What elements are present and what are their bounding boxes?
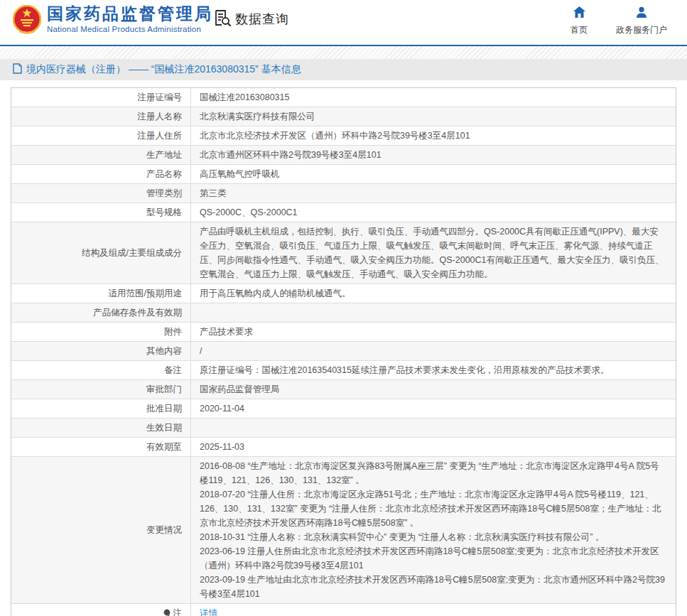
document-icon — [13, 63, 22, 77]
row-value: 详情 — [191, 604, 676, 616]
row-label: 附件 — [11, 323, 191, 341]
row-label-text: 批准日期 — [146, 401, 182, 416]
row-label: 注册人名称 — [11, 107, 191, 126]
row-label-text: 生产地址 — [146, 148, 182, 162]
data-query-section[interactable]: 数据查询 — [213, 9, 289, 30]
row-label-text: 产品储存条件及有效期 — [93, 306, 182, 320]
row-value: 产品技术要求 — [191, 323, 676, 341]
row-label-text: 产品名称 — [146, 167, 182, 181]
site-header: 国家药品监督管理局 National Medical Products Admi… — [0, 0, 687, 45]
row-value — [191, 418, 676, 437]
row-label: 备注 — [11, 361, 191, 379]
data-query-icon — [213, 9, 232, 30]
change-history-entry: 2023-06-19 注册人住所由北京市北京经济技术开发区西环南路18号C幢5层… — [200, 544, 667, 573]
change-history-entry: 2018-10-31 “注册人名称：北京秋满实科贸中心” 变更为 “注册人名称：… — [200, 530, 667, 544]
table-row: 产品储存条件及有效期 — [11, 303, 676, 323]
row-label: 注 — [11, 604, 191, 616]
row-label: 产品名称 — [11, 165, 191, 183]
row-value: 2025-11-03 — [191, 438, 676, 456]
table-row: 结构及组成/主要组成成分产品由呼吸机主机组成，包括控制、执行、吸引负压、手动通气… — [11, 222, 676, 284]
striped-background-band — [0, 46, 687, 59]
row-label-text: 生效日期 — [146, 421, 182, 435]
page-title: 境内医疗器械（注册） —— “国械注准20163080315” 基本信息 — [26, 63, 301, 76]
row-label: 批准日期 — [11, 399, 191, 418]
nmpa-emblem-logo — [13, 3, 41, 41]
table-row: 有效期至2025-11-03 — [11, 438, 676, 457]
table-row: 产品名称高压氧舱气控呼吸机 — [11, 165, 676, 184]
row-label: 管理类别 — [11, 184, 191, 202]
row-label-text: 结构及组成/主要组成成分 — [82, 246, 182, 260]
table-row: 其他内容/ — [11, 342, 676, 361]
data-query-label: 数据查询 — [235, 11, 289, 28]
page-title-bar: 境内医疗器械（注册） —— “国械注准20163080315” 基本信息 — [0, 59, 687, 80]
top-nav: 首页 政务服务门户 — [570, 6, 667, 36]
row-value: 国家药品监督管理局 — [191, 380, 676, 399]
row-label: 型号规格 — [11, 203, 191, 222]
row-value: 第三类 — [191, 184, 676, 202]
user-icon — [636, 6, 647, 21]
row-value: 高压氧舱气控呼吸机 — [191, 165, 676, 183]
table-row: 批准日期2020-11-04 — [11, 399, 676, 418]
table-row: 生产地址北京市通州区环科中路2号院39号楼3至4层101 — [11, 146, 676, 165]
row-label: 注册证编号 — [11, 88, 191, 107]
row-label-text: 型号规格 — [146, 205, 182, 220]
row-value: 国械注准20163080315 — [191, 88, 676, 107]
org-name-cn: 国家药品监督管理局 — [47, 4, 213, 23]
table-row: 注册证编号国械注准20163080315 — [11, 88, 676, 107]
row-value: 2020-11-04 — [191, 399, 676, 418]
row-label: 生产地址 — [11, 146, 191, 164]
row-label-text: 附件 — [164, 325, 182, 339]
registration-info-table: 注册证编号国械注准20163080315注册人名称北京秋满实医疗科技有限公司注册… — [11, 87, 676, 616]
row-label: 有效期至 — [11, 438, 191, 456]
table-row: 适用范围/预期用途用于高压氧舱内成人的辅助机械通气。 — [11, 284, 676, 303]
row-label-text: 有效期至 — [146, 440, 182, 454]
nav-portal-label: 政务服务门户 — [616, 24, 667, 36]
row-label: 产品储存条件及有效期 — [11, 303, 191, 322]
table-row: 备注原注册证编号：国械注准20163540315延续注册产品技术要求未发生变化，… — [11, 361, 676, 380]
row-value — [191, 303, 676, 322]
table-row: 注详情 — [11, 604, 676, 616]
row-value: 原注册证编号：国械注准20163540315延续注册产品技术要求未发生变化，沿用… — [191, 361, 676, 379]
table-row: 型号规格QS-2000C、QS-2000C1 — [11, 203, 676, 222]
row-label-text: 其他内容 — [146, 344, 182, 358]
table-row: 变更情况2016-08-08 “生产地址：北京市海淀区复兴路83号附属A座三层”… — [11, 457, 676, 604]
table-row: 注册人住所北京市北京经济技术开发区（通州）环科中路2号院39号楼3至4层101 — [11, 126, 676, 146]
note-icon — [163, 609, 171, 616]
row-label-text: 注册证编号 — [138, 90, 183, 104]
row-label-text: 注册人住所 — [138, 129, 183, 143]
table-row: 审批部门国家药品监督管理局 — [11, 380, 676, 399]
row-label-text: 注 — [173, 606, 183, 616]
table-row: 附件产品技术要求 — [11, 323, 676, 342]
org-name-en: National Medical Products Administration — [47, 25, 213, 33]
row-label-text: 审批部门 — [146, 382, 182, 396]
change-history-entry: 2016-08-08 “生产地址：北京市海淀区复兴路83号附属A座三层” 变更为… — [200, 459, 667, 487]
row-value: QS-2000C、QS-2000C1 — [191, 203, 676, 222]
details-link[interactable]: 详情 — [200, 608, 217, 616]
row-label-text: 适用范围/预期用途 — [109, 286, 182, 301]
table-row: 注册人名称北京秋满实医疗科技有限公司 — [11, 107, 676, 126]
row-label-text: 注册人名称 — [138, 109, 183, 124]
row-value: 产品由呼吸机主机组成，包括控制、执行、吸引负压、手动通气四部分。QS-2000C… — [191, 222, 676, 283]
table-row: 管理类别第三类 — [11, 184, 676, 203]
row-label-text: 管理类别 — [146, 186, 182, 200]
row-label: 变更情况 — [11, 457, 191, 603]
row-value: 用于高压氧舱内成人的辅助机械通气。 — [191, 284, 676, 303]
row-label: 审批部门 — [11, 380, 191, 399]
row-label-text: 变更情况 — [146, 523, 182, 537]
row-label: 适用范围/预期用途 — [11, 284, 191, 303]
change-history-entry: 2018-07-20 “注册人住所：北京市海淀区永定路51号北；生产地址：北京市… — [200, 487, 667, 530]
row-value: 2016-08-08 “生产地址：北京市海淀区复兴路83号附属A座三层” 变更为… — [191, 457, 676, 603]
row-label: 生效日期 — [11, 418, 191, 437]
nav-portal[interactable]: 政务服务门户 — [616, 6, 667, 36]
change-history-entry: 2023-09-19 生产地址由北京市北京经济技术开发区西环南路18号C幢5层5… — [200, 573, 667, 601]
table-row: 生效日期 — [11, 418, 676, 438]
row-value: 北京市北京经济技术开发区（通州）环科中路2号院39号楼3至4层101 — [191, 126, 676, 145]
row-label: 其他内容 — [11, 342, 191, 360]
row-label: 结构及组成/主要组成成分 — [11, 222, 191, 283]
nav-home-label: 首页 — [570, 24, 588, 36]
row-value: 北京秋满实医疗科技有限公司 — [191, 107, 676, 126]
nav-home[interactable]: 首页 — [570, 6, 588, 36]
row-value: 北京市通州区环科中路2号院39号楼3至4层101 — [191, 146, 676, 164]
content-area: 注册证编号国械注准20163080315注册人名称北京秋满实医疗科技有限公司注册… — [0, 80, 687, 616]
home-icon — [573, 6, 585, 21]
